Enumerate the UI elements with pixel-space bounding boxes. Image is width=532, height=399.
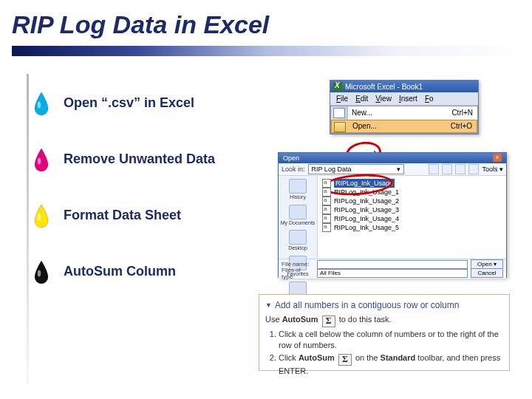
menu-file[interactable]: File (333, 94, 351, 103)
drop-icon (33, 148, 50, 173)
menu-insert[interactable]: Insert (396, 94, 420, 103)
open-file-icon (334, 122, 346, 132)
drop-icon (33, 260, 50, 285)
new-file-icon (333, 108, 345, 118)
dialog-bottom: File name: Open ▾ Files of type: All Fil… (279, 259, 506, 279)
help-heading[interactable]: Add all numbers in a contiguous row or c… (265, 299, 503, 311)
bullet-label: AutoSum Column (64, 263, 176, 280)
bullet-label: Format Data Sheet (64, 207, 181, 224)
file-list: RIPLog_Ink_UsageRIPLog_Ink_Usage_1RIPLog… (318, 176, 506, 259)
menu-edit[interactable]: Edit (352, 94, 371, 103)
svg-point-2 (38, 214, 41, 221)
folder-icon (289, 230, 307, 245)
left-rule (27, 74, 29, 384)
bullet-item: Remove Unwanted Data (33, 151, 254, 173)
bullet-item: AutoSum Column (33, 263, 254, 285)
file-item[interactable]: RIPLog_Ink_Usage_5 (322, 223, 502, 232)
places-bar: HistoryMy DocumentsDesktopFavoritesMy Ne… (279, 176, 318, 259)
bullet-item: Open “.csv” in Excel (33, 95, 254, 117)
autosum-sigma-icon: Σ (322, 316, 335, 327)
views-icon[interactable] (468, 164, 479, 174)
help-step-2: Click AutoSum Σ on the Standard toolbar,… (279, 352, 503, 377)
excel-app-icon (333, 82, 342, 91)
menu-item-new[interactable]: New... Ctrl+N (331, 106, 477, 120)
folder-icon (289, 205, 307, 219)
file-item[interactable]: RIPLog_Ink_Usage_4 (322, 214, 502, 223)
lookin-label: Look in: (282, 166, 305, 173)
place-history[interactable]: History (289, 179, 307, 200)
place-desktop[interactable]: Desktop (288, 230, 307, 251)
cancel-button[interactable]: Cancel (471, 268, 503, 278)
file-item[interactable]: RIPLog_Ink_Usage_2 (322, 197, 502, 205)
delete-icon[interactable] (455, 164, 466, 174)
tools-menu[interactable]: Tools ▾ (482, 166, 503, 173)
svg-point-0 (38, 102, 41, 109)
file-item[interactable]: RIPLog_Ink_Usage_3 (322, 205, 502, 214)
bullet-item: Format Data Sheet (33, 207, 254, 229)
filetype-field[interactable]: All Files (317, 269, 468, 278)
excel-menubar: FileEditViewInsertFo (330, 92, 478, 106)
close-icon[interactable]: × (493, 153, 502, 162)
autosum-help-panel: Add all numbers in a contiguous row or c… (259, 294, 510, 371)
up-icon[interactable] (442, 164, 452, 174)
excel-file-dropdown: New... Ctrl+N Open... Ctrl+O (330, 106, 478, 134)
drop-icon (33, 204, 50, 229)
open-dialog-screenshot: Open × Look in: RIP Log Data▾ Tools ▾ Hi… (278, 152, 507, 278)
bullet-label: Open “.csv” in Excel (64, 95, 194, 112)
autosum-sigma-icon: Σ (338, 354, 352, 366)
dialog-titlebar: Open × (279, 153, 506, 163)
csv-file-icon (322, 223, 331, 232)
file-item[interactable]: RIPLog_Ink_Usage (322, 179, 502, 188)
help-step-1: Click a cell below the column of numbers… (279, 329, 503, 351)
lookin-combo[interactable]: RIP Log Data▾ (308, 164, 404, 174)
back-icon[interactable] (429, 164, 439, 174)
filename-field[interactable] (317, 260, 468, 269)
svg-point-1 (38, 158, 41, 165)
drop-icon (33, 92, 50, 117)
folder-icon (289, 179, 307, 194)
svg-point-3 (38, 270, 41, 277)
slide-title: RIP Log Data in Excel (12, 10, 269, 39)
menu-view[interactable]: View (372, 94, 395, 103)
bullet-list: Open “.csv” in Excel Remove Unwanted Dat… (33, 95, 254, 319)
bullet-label: Remove Unwanted Data (64, 151, 215, 168)
filetype-label: Files of type: (282, 267, 314, 280)
excel-title: Microsoft Excel - Book1 (345, 83, 423, 91)
file-item[interactable]: RIPLog_Ink_Usage_1 (322, 188, 502, 197)
menu-fo[interactable]: Fo (422, 94, 437, 103)
place-my-documents[interactable]: My Documents (281, 205, 316, 226)
excel-titlebar: Microsoft Excel - Book1 (330, 81, 478, 92)
help-intro: Use AutoSum Σ to do this task. (265, 314, 503, 327)
menu-item-open[interactable]: Open... Ctrl+O (331, 120, 477, 133)
excel-file-menu-screenshot: Microsoft Excel - Book1 FileEditViewInse… (330, 80, 479, 134)
title-underline (12, 46, 520, 56)
dialog-toolbar: Look in: RIP Log Data▾ Tools ▾ (279, 163, 506, 176)
